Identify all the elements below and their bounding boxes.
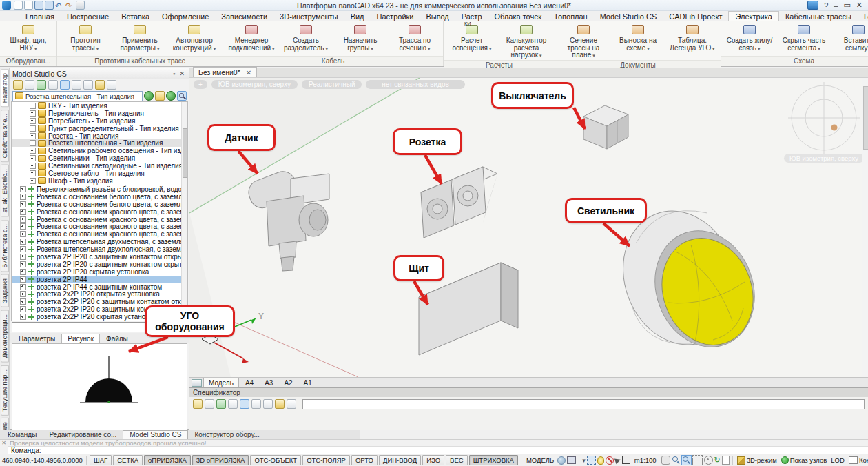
- expand-icon[interactable]: [30, 118, 36, 124]
- expand-icon[interactable]: [20, 254, 26, 260]
- menu-tab[interactable]: Электрика: [728, 11, 779, 22]
- status-toggle[interactable]: 3D-режим: [737, 456, 777, 465]
- status-toggle-button[interactable]: ШАГ: [90, 455, 112, 465]
- zoom-selected-icon[interactable]: [682, 456, 691, 465]
- bulb-icon[interactable]: [597, 456, 604, 465]
- insert-table-icon[interactable]: [205, 399, 214, 409]
- tree-item[interactable]: Шкаф - Тип изделия: [12, 177, 187, 185]
- menu-tab[interactable]: 3D-инструменты: [273, 12, 344, 21]
- list-item[interactable]: розетка 2P IP44: [12, 276, 187, 283]
- calendar-icon[interactable]: [807, 1, 818, 10]
- settings-icon[interactable]: [275, 399, 285, 409]
- ribbon-button[interactable]: Шкаф, щит, НКУ ▾: [2, 23, 54, 52]
- menu-tab[interactable]: Вывод: [420, 12, 455, 21]
- save-as-icon[interactable]: [45, 1, 54, 10]
- list-item[interactable]: розетка 2P IP20 скрытая установка: [12, 268, 187, 276]
- tree-item[interactable]: НКУ - Тип изделия: [12, 102, 187, 110]
- palette-tab[interactable]: Библиотека с...: [1, 220, 9, 272]
- contour-icon[interactable]: [849, 456, 858, 464]
- menu-tab[interactable]: Облака точек: [488, 12, 548, 21]
- expand-icon[interactable]: [30, 110, 36, 116]
- ribbon-button[interactable]: Вставить ссылку ▾: [832, 23, 868, 52]
- monitor-icon[interactable]: [567, 456, 576, 464]
- scrollbar-thumb[interactable]: [183, 128, 187, 178]
- status-toggle-button[interactable]: ШТРИХОВКА: [469, 455, 518, 465]
- open-file-icon[interactable]: [24, 1, 33, 10]
- tree-item[interactable]: Переключатель - Тип изделия: [12, 110, 187, 117]
- list-item[interactable]: Розетка с основанием красного цвета, с з…: [12, 216, 187, 223]
- pin-icon[interactable]: ▫: [171, 70, 177, 77]
- tree-item[interactable]: Светильники светодиодные - Тип изделия: [12, 162, 187, 170]
- detail-tab[interactable]: Рисунок: [61, 334, 100, 344]
- expand-icon[interactable]: [30, 148, 36, 154]
- command-panel-controls[interactable]: ✕: [0, 440, 8, 454]
- ruler-icon[interactable]: [622, 456, 630, 464]
- tree-item[interactable]: Светильник рабочего освещения - Тип изде…: [12, 147, 187, 154]
- save-icon[interactable]: [34, 1, 43, 10]
- status-toggle-button[interactable]: 3D оПРИВЯЗКА: [192, 455, 249, 465]
- ribbon-button[interactable]: КИРасчет освещения ▾: [446, 23, 498, 52]
- tree-item[interactable]: Светильники - Тип изделия: [12, 154, 187, 162]
- menu-tab[interactable]: Гео: [858, 12, 868, 21]
- maximize-button[interactable]: ▭: [843, 1, 850, 10]
- status-toggle[interactable]: Контур: [849, 456, 868, 464]
- run-icon[interactable]: [37, 80, 46, 90]
- find-icon[interactable]: [83, 80, 93, 90]
- undo-icon[interactable]: [55, 1, 64, 9]
- cube-icon[interactable]: [737, 456, 745, 465]
- expand-icon[interactable]: [20, 239, 26, 245]
- ribbon-button[interactable]: Менеджер подключений ▾: [225, 23, 278, 52]
- expand-icon[interactable]: [30, 140, 36, 146]
- sheet-tab[interactable]: Модель: [203, 378, 239, 387]
- expand-icon[interactable]: [20, 261, 26, 267]
- menu-tab[interactable]: Вид: [344, 12, 371, 21]
- help-button[interactable]: ?: [824, 1, 828, 10]
- expand-icon[interactable]: [30, 163, 36, 169]
- ribbon-button[interactable]: Прототип трассы ▾: [59, 23, 112, 52]
- menu-tab[interactable]: Растр: [455, 12, 488, 21]
- funnel-icon[interactable]: [95, 80, 105, 90]
- list-item[interactable]: Розетка с основанием красного цвета, с з…: [12, 223, 187, 230]
- tree-item[interactable]: Пункт распределительный - Тип изделия: [12, 125, 187, 132]
- back-icon[interactable]: [144, 91, 154, 101]
- tables-icon[interactable]: [216, 399, 226, 409]
- expand-icon[interactable]: [20, 201, 26, 207]
- green-dot-icon[interactable]: [781, 456, 789, 464]
- ribbon-button[interactable]: Применить параметры ▾: [114, 23, 166, 52]
- tree-item[interactable]: Световое табло - Тип изделия: [12, 170, 187, 177]
- minimize-button[interactable]: –: [834, 1, 838, 10]
- ban-icon[interactable]: [606, 456, 614, 465]
- palette-tab[interactable]: Демонстраци...: [1, 310, 9, 363]
- expand-icon[interactable]: [20, 291, 26, 297]
- list-item[interactable]: Розетка штепсельная двухместная, с зазем…: [12, 238, 187, 245]
- list-item[interactable]: розетка 2x2P IP20 открытая установка: [12, 290, 187, 298]
- view-control-pill[interactable]: — нет связанных видов —: [366, 80, 464, 89]
- close-button[interactable]: ✕: [856, 1, 862, 10]
- expand-icon[interactable]: [20, 276, 26, 283]
- filter-input[interactable]: Розетка штепсельная - Тип изделия: [12, 91, 143, 101]
- ribbon-button[interactable]: Скрыть часть сегмента ▾: [778, 23, 830, 52]
- panel-tab[interactable]: Model Studio CS: [123, 430, 188, 439]
- expand-icon[interactable]: [20, 216, 26, 223]
- list-item[interactable]: Переключаемый разъём с блокировкой, водо…: [12, 185, 187, 193]
- sheet-tab[interactable]: А3: [260, 378, 278, 387]
- list-item[interactable]: розетка 2x2P IP20 с защитным контактом с…: [12, 305, 187, 313]
- menu-tab[interactable]: Топоплан: [548, 12, 594, 21]
- select-icon[interactable]: [587, 456, 596, 465]
- update-icon[interactable]: [251, 399, 261, 409]
- status-toggle-button[interactable]: ОТС-ОБЪЕКТ: [250, 455, 301, 465]
- expand-icon[interactable]: [20, 314, 26, 320]
- ribbon-button[interactable]: Создать жилу/связь ▾: [723, 23, 776, 52]
- expand-icon[interactable]: [20, 209, 26, 215]
- ribbon-button[interactable]: Калькулятор расчета нагрузок ▾: [500, 23, 552, 60]
- list-item[interactable]: Розетка штепсельная двухполюсная, с зазе…: [12, 245, 187, 253]
- detail-tab[interactable]: Параметры: [13, 334, 61, 343]
- ribbon-button[interactable]: Таблица. Легенда УГО ▾: [666, 23, 719, 52]
- globe-icon[interactable]: [557, 456, 566, 465]
- ribbon-button[interactable]: Назначить группы ▾: [334, 23, 386, 52]
- list-item[interactable]: розетка 2P IP44 с защитным контактом: [12, 283, 187, 291]
- refresh-icon[interactable]: [714, 456, 721, 464]
- status-toggle-button[interactable]: ВЕС: [446, 455, 468, 465]
- status-toggle-button[interactable]: оПРИВЯЗКА: [144, 455, 191, 465]
- ribbon-button[interactable]: Сечение трассы на плане ▾: [557, 23, 610, 60]
